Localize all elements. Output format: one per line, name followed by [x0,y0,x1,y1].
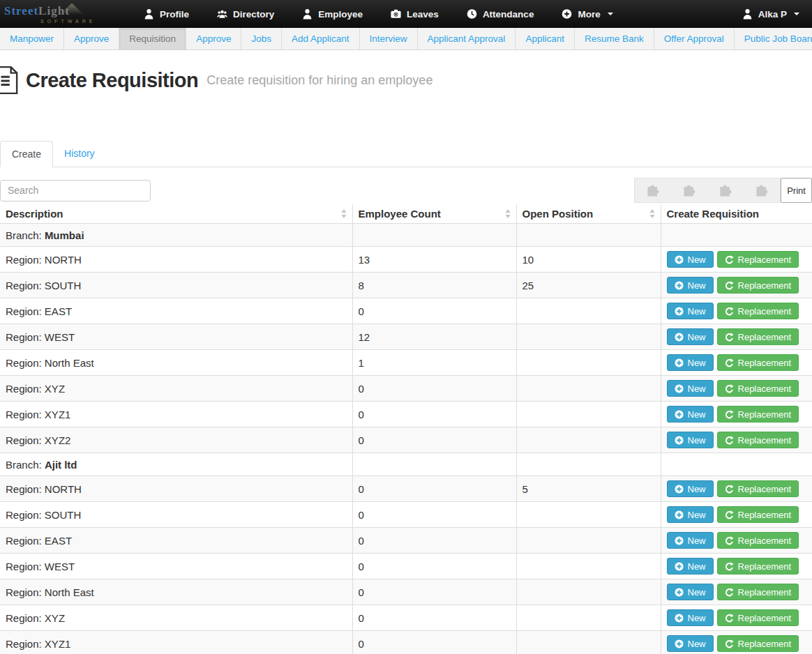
module-navbar: ManpowerApproveRequisitionApproveJobsAdd… [0,28,812,50]
export-toolbar: Print [634,178,812,203]
topnav-item-directory[interactable]: Directory [203,0,288,28]
subnav-item-manpower[interactable]: Manpower [0,28,64,50]
missing-plugin-puzzle-icon[interactable] [744,178,780,202]
new-button[interactable]: New [667,328,714,345]
description-cell: Region: XYZ [0,376,352,402]
column-header-open-position[interactable]: Open Position [516,204,661,224]
replacement-button[interactable]: Replacement [717,480,799,497]
tab-history[interactable]: History [53,141,106,167]
region-row-north-east: Region: North East0NewReplacement [0,579,812,605]
print-button[interactable]: Print [781,178,812,203]
new-button-label: New [688,306,706,317]
create-requisition-cell: NewReplacement [661,273,812,298]
missing-plugin-puzzle-icon[interactable] [635,178,671,202]
region-row-west: Region: WEST0NewReplacement [0,554,812,579]
brand-name: StreetLight [4,5,130,17]
employee-count-cell: 0 [352,298,516,324]
new-button-label: New [688,435,706,446]
create-requisition-cell: NewReplacement [661,247,812,273]
new-button[interactable]: New [667,609,714,626]
subnav-item-add-applicant[interactable]: Add Applicant [282,28,360,50]
description-cell: Region: WEST [0,324,352,350]
description-cell: Region: North East [0,579,352,605]
replacement-button[interactable]: Replacement [717,584,799,600]
employee-count-cell: 0 [352,427,516,453]
replacement-button[interactable]: Replacement [717,635,799,652]
caret-down-icon [608,13,613,15]
topnav-item-label: Attendance [483,9,534,20]
subnav-item-interview[interactable]: Interview [360,28,418,50]
missing-plugin-puzzle-icon[interactable] [707,178,744,202]
new-button[interactable]: New [667,380,714,397]
search-input[interactable] [0,180,151,201]
column-header-employee-count[interactable]: Employee Count [352,204,516,224]
replacement-button[interactable]: Replacement [717,328,799,345]
subnav-item-approve[interactable]: Approve [64,28,119,50]
new-button[interactable]: New [667,303,714,319]
topnav-item-employee[interactable]: Employee [288,0,377,28]
plus-circle-icon [562,8,572,20]
description-cell: Branch: Ajit ltd [0,453,352,476]
employee-count-cell: 0 [352,502,516,528]
open-position-cell: 5 [516,476,661,502]
create-requisition-cell: NewReplacement [661,376,812,402]
create-history-tabs: CreateHistory [0,141,812,167]
replacement-button[interactable]: Replacement [717,558,799,575]
refresh-icon [725,639,734,648]
replacement-button[interactable]: Replacement [717,406,799,423]
open-position-cell: 25 [516,273,661,298]
user-menu[interactable]: Alka P [730,0,812,28]
new-button[interactable]: New [667,558,714,575]
replacement-button[interactable]: Replacement [717,303,799,319]
subnav-item-requisition[interactable]: Requisition [119,28,186,50]
subnav-item-applicant-approval[interactable]: Applicant Approval [418,28,516,50]
new-button[interactable]: New [667,506,714,523]
replacement-button[interactable]: Replacement [717,432,799,448]
replacement-button-label: Replacement [738,409,792,420]
user-icon [742,8,753,20]
employee-count-cell: 0 [352,605,516,631]
create-requisition-cell: NewReplacement [661,579,812,605]
create-requisition-cell [661,224,812,247]
create-requisition-cell: NewReplacement [661,324,812,350]
table-header-row: DescriptionEmployee CountOpen PositionCr… [0,204,812,224]
new-button[interactable]: New [667,406,714,423]
missing-plugin-puzzle-icon[interactable] [671,178,707,202]
subnav-item-approve[interactable]: Approve [186,28,241,50]
tab-create[interactable]: Create [0,141,53,167]
topnav-item-attendance[interactable]: Attendance [453,0,548,28]
topnav-item-more[interactable]: More [548,0,626,28]
employee-count-cell: 0 [352,528,516,554]
employee-count-cell: 0 [352,376,516,402]
new-button[interactable]: New [667,480,714,497]
new-button[interactable]: New [667,532,714,549]
new-button[interactable]: New [667,354,714,371]
topnav-item-leaves[interactable]: Leaves [377,0,453,28]
topnav-item-label: Leaves [407,9,439,20]
replacement-button[interactable]: Replacement [717,251,799,268]
subnav-item-jobs[interactable]: Jobs [241,28,282,50]
column-header-description[interactable]: Description [0,204,352,224]
create-requisition-cell: NewReplacement [661,298,812,324]
replacement-button[interactable]: Replacement [717,380,799,397]
subnav-item-resume-bank[interactable]: Resume Bank [575,28,654,50]
subnav-item-applicant[interactable]: Applicant [516,28,575,50]
new-button[interactable]: New [667,635,714,652]
topnav-item-profile[interactable]: Profile [130,0,203,28]
brand-logo[interactable]: StreetLight SOFTWARE [0,5,130,24]
new-button[interactable]: New [667,277,714,294]
replacement-button-label: Replacement [738,510,792,520]
new-button[interactable]: New [667,432,714,448]
replacement-button[interactable]: Replacement [717,277,799,294]
page-subtitle: Create requisition for hiring an employe… [206,73,433,88]
subnav-item-offer-approval[interactable]: Offer Approval [654,28,735,50]
replacement-button[interactable]: Replacement [717,506,799,523]
new-button[interactable]: New [667,584,714,600]
subnav-item-public-job-board[interactable]: Public Job Board [735,28,812,50]
create-requisition-cell: NewReplacement [661,631,812,654]
replacement-button[interactable]: Replacement [717,532,799,549]
region-row-xyz2: Region: XYZ20NewReplacement [0,427,812,453]
replacement-button[interactable]: Replacement [717,609,799,626]
new-button[interactable]: New [667,251,714,268]
replacement-button[interactable]: Replacement [717,354,799,371]
